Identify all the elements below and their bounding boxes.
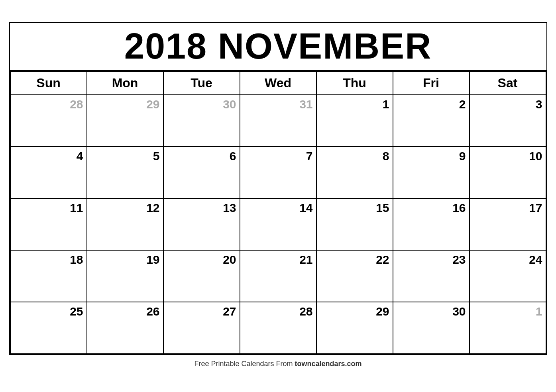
calendar-day-cell: 2 <box>393 95 470 147</box>
day-number: 17 <box>473 201 542 215</box>
footer-brand: towncalendars.com <box>295 360 362 368</box>
day-number: 30 <box>397 305 466 318</box>
calendar-day-cell: 17 <box>470 198 546 250</box>
calendar-week-row: 11121314151617 <box>10 198 546 250</box>
calendar-container: 2018 NOVEMBER SunMonTueWedThuFriSat 2829… <box>9 22 547 355</box>
day-number: 15 <box>320 201 389 215</box>
day-number: 12 <box>90 201 160 215</box>
calendar-day-cell: 13 <box>163 198 240 250</box>
calendar-week-row: 18192021222324 <box>10 250 546 302</box>
calendar-day-cell: 23 <box>393 250 470 302</box>
day-number: 30 <box>167 98 236 111</box>
calendar-day-cell: 8 <box>316 147 393 198</box>
day-header-thu: Thu <box>316 71 393 95</box>
calendar-day-cell: 25 <box>10 302 87 354</box>
calendar-day-cell: 16 <box>393 198 470 250</box>
calendar-title: 2018 NOVEMBER <box>10 23 546 71</box>
calendar-day-cell: 6 <box>163 147 240 198</box>
day-number: 2 <box>397 98 466 111</box>
footer-text: Free Printable Calendars From <box>194 360 295 368</box>
calendar-day-cell: 29 <box>87 95 163 147</box>
calendar-day-cell: 1 <box>470 302 546 354</box>
day-number: 14 <box>244 201 313 215</box>
calendar-day-cell: 31 <box>240 95 316 147</box>
day-header-sun: Sun <box>10 71 87 95</box>
day-number: 1 <box>320 98 389 111</box>
calendar-day-cell: 3 <box>470 95 546 147</box>
day-number: 18 <box>14 253 83 267</box>
calendar-day-cell: 11 <box>10 198 87 250</box>
calendar-day-cell: 1 <box>316 95 393 147</box>
day-number: 28 <box>14 98 83 111</box>
day-number: 3 <box>473 98 542 111</box>
day-number: 23 <box>397 253 466 267</box>
day-number: 29 <box>320 305 389 318</box>
calendar-day-cell: 30 <box>163 95 240 147</box>
calendar-day-cell: 9 <box>393 147 470 198</box>
calendar-day-cell: 30 <box>393 302 470 354</box>
day-header-mon: Mon <box>87 71 163 95</box>
day-header-sat: Sat <box>470 71 546 95</box>
day-number: 8 <box>320 149 389 163</box>
calendar-day-cell: 5 <box>87 147 163 198</box>
day-number: 1 <box>473 305 542 318</box>
day-number: 26 <box>90 305 160 318</box>
calendar-day-cell: 22 <box>316 250 393 302</box>
day-header-wed: Wed <box>240 71 316 95</box>
day-number: 21 <box>244 253 313 267</box>
calendar-day-cell: 18 <box>10 250 87 302</box>
calendar-grid: SunMonTueWedThuFriSat 282930311234567891… <box>10 71 546 354</box>
day-number: 22 <box>320 253 389 267</box>
calendar-footer: Free Printable Calendars From towncalend… <box>194 355 361 370</box>
day-number: 5 <box>90 149 160 163</box>
days-header-row: SunMonTueWedThuFriSat <box>10 71 546 95</box>
day-number: 19 <box>90 253 160 267</box>
calendar-day-cell: 20 <box>163 250 240 302</box>
day-number: 16 <box>397 201 466 215</box>
calendar-day-cell: 28 <box>10 95 87 147</box>
calendar-day-cell: 28 <box>240 302 316 354</box>
day-number: 29 <box>90 98 160 111</box>
day-header-fri: Fri <box>393 71 470 95</box>
day-number: 20 <box>167 253 236 267</box>
day-number: 7 <box>244 149 313 163</box>
day-number: 31 <box>244 98 313 111</box>
calendar-day-cell: 27 <box>163 302 240 354</box>
day-number: 27 <box>167 305 236 318</box>
calendar-day-cell: 10 <box>470 147 546 198</box>
day-number: 4 <box>14 149 83 163</box>
day-number: 25 <box>14 305 83 318</box>
day-number: 10 <box>473 149 542 163</box>
calendar-day-cell: 29 <box>316 302 393 354</box>
day-header-tue: Tue <box>163 71 240 95</box>
calendar-week-row: 28293031123 <box>10 95 546 147</box>
calendar-week-row: 45678910 <box>10 147 546 198</box>
day-number: 13 <box>167 201 236 215</box>
day-number: 24 <box>473 253 542 267</box>
calendar-day-cell: 21 <box>240 250 316 302</box>
calendar-day-cell: 12 <box>87 198 163 250</box>
day-number: 28 <box>244 305 313 318</box>
calendar-day-cell: 4 <box>10 147 87 198</box>
calendar-day-cell: 7 <box>240 147 316 198</box>
day-number: 11 <box>14 201 83 215</box>
calendar-day-cell: 26 <box>87 302 163 354</box>
calendar-day-cell: 24 <box>470 250 546 302</box>
calendar-day-cell: 15 <box>316 198 393 250</box>
day-number: 9 <box>397 149 466 163</box>
day-number: 6 <box>167 149 236 163</box>
calendar-day-cell: 14 <box>240 198 316 250</box>
calendar-day-cell: 19 <box>87 250 163 302</box>
calendar-week-row: 2526272829301 <box>10 302 546 354</box>
